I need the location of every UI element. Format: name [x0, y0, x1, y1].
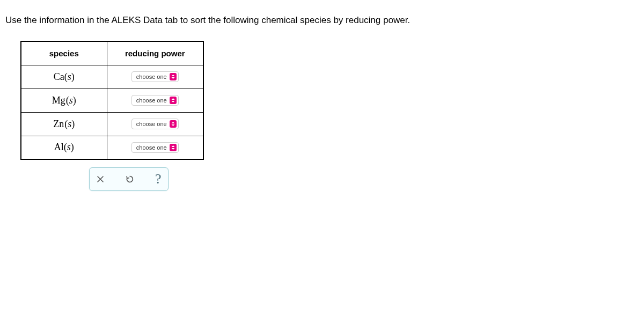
- header-species: species: [21, 41, 107, 65]
- help-button[interactable]: ?: [154, 171, 163, 187]
- reducing-power-select[interactable]: choose one: [131, 142, 179, 153]
- instruction-text: Use the information in the ALEKS Data ta…: [5, 15, 639, 26]
- stepper-icon: [170, 144, 177, 151]
- reducing-power-select[interactable]: choose one: [131, 71, 179, 82]
- species-formula: Zn (s): [53, 119, 75, 129]
- undo-icon: [125, 174, 135, 184]
- reducing-power-select[interactable]: choose one: [131, 119, 179, 129]
- stepper-icon: [170, 120, 177, 128]
- stepper-icon: [170, 97, 177, 104]
- species-table: species reducing power Ca(s) choose one: [20, 41, 204, 160]
- species-formula: Al(s): [54, 142, 74, 152]
- species-formula: Ca(s): [54, 71, 75, 82]
- reset-button[interactable]: [124, 173, 136, 185]
- species-formula: Mg (s): [52, 95, 76, 106]
- action-bar: ?: [89, 167, 169, 191]
- reducing-power-select[interactable]: choose one: [131, 95, 179, 106]
- header-reducing-power: reducing power: [107, 41, 203, 65]
- close-icon: [96, 175, 105, 183]
- help-icon: ?: [155, 172, 162, 186]
- table-row: Zn (s) choose one: [21, 112, 203, 136]
- table-row: Ca(s) choose one: [21, 65, 203, 89]
- table-row: Mg (s) choose one: [21, 89, 203, 112]
- stepper-icon: [170, 73, 177, 80]
- clear-button[interactable]: [95, 174, 106, 185]
- table-row: Al(s) choose one: [21, 136, 203, 159]
